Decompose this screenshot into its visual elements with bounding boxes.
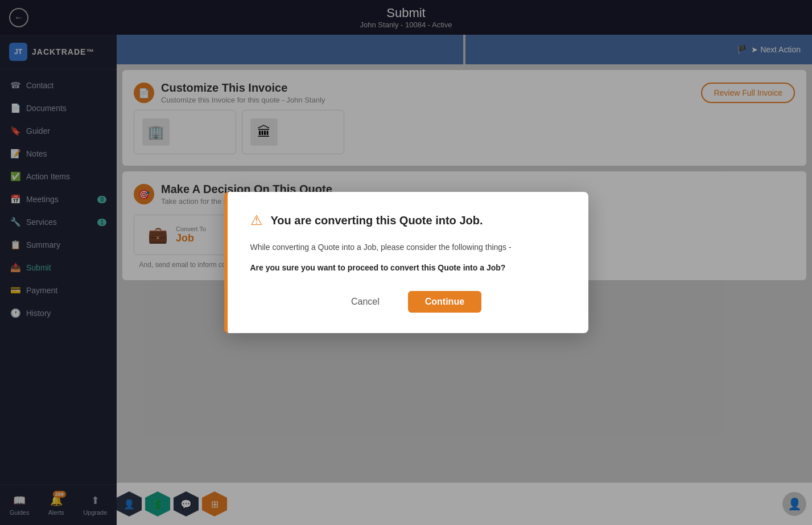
modal-overlay: ⚠ You are converting this Quote into Job… [0,0,812,525]
modal-confirm-text: Are you sure you want to proceed to conv… [250,261,566,275]
modal-buttons: Cancel Continue [250,291,566,313]
confirm-modal: ⚠ You are converting this Quote into Job… [224,192,588,333]
modal-continue-button[interactable]: Continue [408,291,481,313]
modal-cancel-button[interactable]: Cancel [334,291,397,313]
modal-title-row: ⚠ You are converting this Quote into Job… [250,212,566,228]
modal-warning-icon: ⚠ [250,212,263,228]
modal-body-intro: While converting a Quote into a Job, ple… [250,241,566,255]
modal-body: While converting a Quote into a Job, ple… [250,241,566,275]
modal-title: You are converting this Quote into Job. [271,214,483,227]
